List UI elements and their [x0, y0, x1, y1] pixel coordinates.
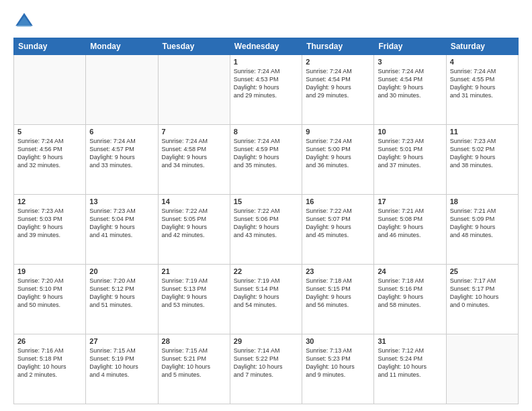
day-cell-13: 13Sunrise: 7:23 AM Sunset: 5:04 PM Dayli… [86, 195, 158, 265]
day-cell-30: 30Sunrise: 7:13 AM Sunset: 5:23 PM Dayli… [302, 334, 374, 404]
day-cell-15: 15Sunrise: 7:22 AM Sunset: 5:06 PM Dayli… [230, 195, 302, 265]
day-cell-19: 19Sunrise: 7:20 AM Sunset: 5:10 PM Dayli… [14, 265, 86, 334]
day-info: Sunrise: 7:23 AM Sunset: 5:01 PM Dayligh… [378, 137, 442, 170]
day-cell-11: 11Sunrise: 7:23 AM Sunset: 5:02 PM Dayli… [446, 125, 518, 195]
day-cell-31: 31Sunrise: 7:12 AM Sunset: 5:24 PM Dayli… [374, 334, 446, 404]
day-number: 23 [306, 267, 370, 275]
week-row-3: 12Sunrise: 7:23 AM Sunset: 5:03 PM Dayli… [14, 195, 519, 265]
week-row-1: 1Sunrise: 7:24 AM Sunset: 4:53 PM Daylig… [14, 55, 519, 125]
day-cell-20: 20Sunrise: 7:20 AM Sunset: 5:12 PM Dayli… [86, 265, 158, 334]
day-number: 4 [450, 58, 515, 66]
calendar: SundayMondayTuesdayWednesdayThursdayFrid… [13, 38, 519, 404]
day-info: Sunrise: 7:16 AM Sunset: 5:18 PM Dayligh… [17, 347, 82, 379]
empty-cell [14, 55, 86, 125]
day-cell-14: 14Sunrise: 7:22 AM Sunset: 5:05 PM Dayli… [158, 195, 230, 265]
day-info: Sunrise: 7:19 AM Sunset: 5:14 PM Dayligh… [234, 277, 298, 310]
day-number: 20 [89, 267, 154, 275]
day-number: 16 [306, 197, 370, 205]
empty-cell [158, 55, 230, 125]
header [13, 11, 519, 32]
day-info: Sunrise: 7:24 AM Sunset: 4:53 PM Dayligh… [234, 67, 298, 100]
day-cell-23: 23Sunrise: 7:18 AM Sunset: 5:15 PM Dayli… [302, 265, 374, 334]
day-number: 30 [306, 337, 370, 345]
day-info: Sunrise: 7:12 AM Sunset: 5:24 PM Dayligh… [378, 347, 442, 379]
week-row-4: 19Sunrise: 7:20 AM Sunset: 5:10 PM Dayli… [14, 265, 519, 334]
day-number: 1 [234, 58, 298, 66]
day-info: Sunrise: 7:21 AM Sunset: 5:08 PM Dayligh… [378, 207, 442, 240]
day-number: 25 [450, 267, 515, 275]
day-cell-8: 8Sunrise: 7:24 AM Sunset: 4:59 PM Daylig… [230, 125, 302, 195]
day-info: Sunrise: 7:20 AM Sunset: 5:10 PM Dayligh… [17, 277, 82, 310]
day-number: 12 [17, 197, 82, 205]
day-number: 8 [234, 128, 298, 136]
day-number: 10 [378, 128, 442, 136]
day-number: 14 [162, 197, 226, 205]
week-row-5: 26Sunrise: 7:16 AM Sunset: 5:18 PM Dayli… [14, 334, 519, 404]
day-number: 21 [162, 267, 226, 275]
day-info: Sunrise: 7:21 AM Sunset: 5:09 PM Dayligh… [450, 207, 515, 240]
day-info: Sunrise: 7:15 AM Sunset: 5:19 PM Dayligh… [89, 347, 154, 379]
day-info: Sunrise: 7:14 AM Sunset: 5:22 PM Dayligh… [234, 347, 298, 379]
day-number: 26 [17, 337, 82, 345]
day-info: Sunrise: 7:23 AM Sunset: 5:02 PM Dayligh… [450, 137, 515, 170]
day-number: 24 [378, 267, 442, 275]
day-info: Sunrise: 7:18 AM Sunset: 5:16 PM Dayligh… [378, 277, 442, 310]
day-info: Sunrise: 7:22 AM Sunset: 5:05 PM Dayligh… [162, 207, 226, 240]
weekday-header-wednesday: Wednesday [230, 38, 302, 55]
day-number: 17 [378, 197, 442, 205]
day-cell-4: 4Sunrise: 7:24 AM Sunset: 4:55 PM Daylig… [446, 55, 518, 125]
day-cell-22: 22Sunrise: 7:19 AM Sunset: 5:14 PM Dayli… [230, 265, 302, 334]
day-info: Sunrise: 7:24 AM Sunset: 4:56 PM Dayligh… [17, 137, 82, 170]
day-number: 5 [17, 128, 82, 136]
day-cell-6: 6Sunrise: 7:24 AM Sunset: 4:57 PM Daylig… [86, 125, 158, 195]
day-info: Sunrise: 7:17 AM Sunset: 5:17 PM Dayligh… [450, 277, 515, 310]
day-cell-24: 24Sunrise: 7:18 AM Sunset: 5:16 PM Dayli… [374, 265, 446, 334]
weekday-header-thursday: Thursday [302, 38, 374, 55]
page: SundayMondayTuesdayWednesdayThursdayFrid… [0, 0, 532, 411]
day-info: Sunrise: 7:24 AM Sunset: 4:57 PM Dayligh… [89, 137, 154, 170]
day-cell-18: 18Sunrise: 7:21 AM Sunset: 5:09 PM Dayli… [446, 195, 518, 265]
day-cell-17: 17Sunrise: 7:21 AM Sunset: 5:08 PM Dayli… [374, 195, 446, 265]
day-cell-25: 25Sunrise: 7:17 AM Sunset: 5:17 PM Dayli… [446, 265, 518, 334]
weekday-header-row: SundayMondayTuesdayWednesdayThursdayFrid… [14, 38, 519, 55]
day-number: 19 [17, 267, 82, 275]
day-cell-16: 16Sunrise: 7:22 AM Sunset: 5:07 PM Dayli… [302, 195, 374, 265]
day-info: Sunrise: 7:22 AM Sunset: 5:07 PM Dayligh… [306, 207, 370, 240]
day-info: Sunrise: 7:22 AM Sunset: 5:06 PM Dayligh… [234, 207, 298, 240]
day-cell-29: 29Sunrise: 7:14 AM Sunset: 5:22 PM Dayli… [230, 334, 302, 404]
day-cell-27: 27Sunrise: 7:15 AM Sunset: 5:19 PM Dayli… [86, 334, 158, 404]
day-info: Sunrise: 7:18 AM Sunset: 5:15 PM Dayligh… [306, 277, 370, 310]
day-info: Sunrise: 7:13 AM Sunset: 5:23 PM Dayligh… [306, 347, 370, 379]
week-row-2: 5Sunrise: 7:24 AM Sunset: 4:56 PM Daylig… [14, 125, 519, 195]
day-cell-28: 28Sunrise: 7:15 AM Sunset: 5:21 PM Dayli… [158, 334, 230, 404]
day-info: Sunrise: 7:23 AM Sunset: 5:03 PM Dayligh… [17, 207, 82, 240]
day-number: 2 [306, 58, 370, 66]
day-cell-3: 3Sunrise: 7:24 AM Sunset: 4:54 PM Daylig… [374, 55, 446, 125]
day-number: 28 [162, 337, 226, 345]
day-cell-1: 1Sunrise: 7:24 AM Sunset: 4:53 PM Daylig… [230, 55, 302, 125]
weekday-header-sunday: Sunday [14, 38, 86, 55]
day-number: 7 [162, 128, 226, 136]
day-number: 18 [450, 197, 515, 205]
day-cell-2: 2Sunrise: 7:24 AM Sunset: 4:54 PM Daylig… [302, 55, 374, 125]
day-number: 3 [378, 58, 442, 66]
day-number: 29 [234, 337, 298, 345]
day-cell-26: 26Sunrise: 7:16 AM Sunset: 5:18 PM Dayli… [14, 334, 86, 404]
weekday-header-saturday: Saturday [446, 38, 518, 55]
empty-cell [446, 334, 518, 404]
day-info: Sunrise: 7:24 AM Sunset: 5:00 PM Dayligh… [306, 137, 370, 170]
day-number: 11 [450, 128, 515, 136]
day-number: 9 [306, 128, 370, 136]
logo [13, 11, 38, 32]
day-cell-5: 5Sunrise: 7:24 AM Sunset: 4:56 PM Daylig… [14, 125, 86, 195]
day-number: 15 [234, 197, 298, 205]
weekday-header-monday: Monday [86, 38, 158, 55]
day-info: Sunrise: 7:20 AM Sunset: 5:12 PM Dayligh… [89, 277, 154, 310]
day-info: Sunrise: 7:15 AM Sunset: 5:21 PM Dayligh… [162, 347, 226, 379]
day-number: 13 [89, 197, 154, 205]
day-info: Sunrise: 7:24 AM Sunset: 4:58 PM Dayligh… [162, 137, 226, 170]
empty-cell [86, 55, 158, 125]
day-number: 22 [234, 267, 298, 275]
day-number: 27 [89, 337, 154, 345]
day-cell-12: 12Sunrise: 7:23 AM Sunset: 5:03 PM Dayli… [14, 195, 86, 265]
